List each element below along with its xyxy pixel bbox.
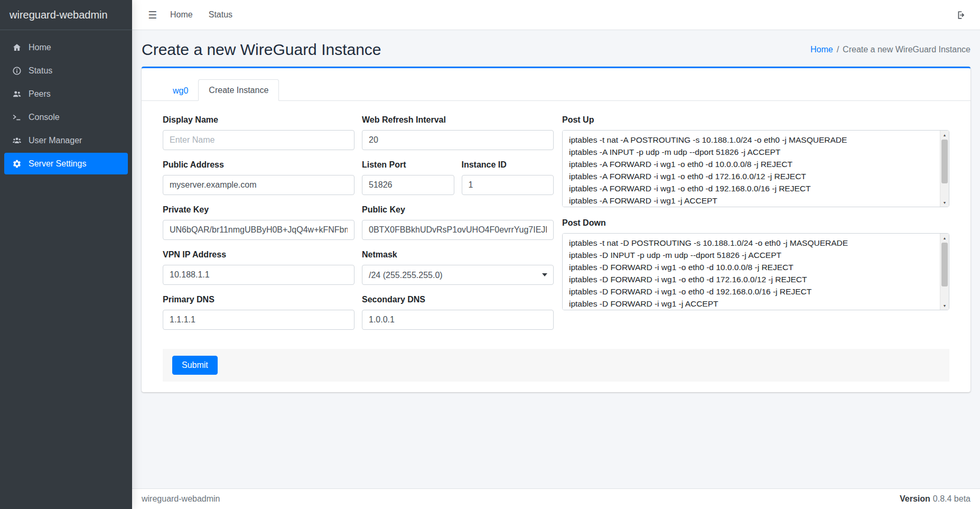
sidebar-item-label: Status	[29, 65, 52, 76]
create-instance-card: wg0 Create Instance Display Name Web	[142, 67, 970, 392]
page-title: Create a new WireGuard Instance	[142, 41, 381, 59]
listen-port-input[interactable]	[362, 175, 454, 195]
breadcrumb: Home/Create a new WireGuard Instance	[810, 45, 970, 54]
public-address-label: Public Address	[163, 160, 354, 170]
sidebar-item-console[interactable]: Console	[4, 106, 128, 128]
netmask-select[interactable]: /24 (255.255.255.0)	[362, 265, 554, 285]
primary-dns-input[interactable]	[163, 310, 354, 330]
secondary-dns-label: Secondary DNS	[362, 294, 554, 304]
breadcrumb-home-link[interactable]: Home	[810, 45, 833, 54]
server-settings-icon	[11, 159, 23, 169]
breadcrumb-current: Create a new WireGuard Instance	[843, 45, 970, 54]
status-icon	[11, 66, 23, 76]
sidebar-item-label: User Manager	[29, 135, 82, 146]
web-refresh-interval-label: Web Refresh Interval	[362, 115, 554, 125]
main-area: ☰ Home Status Create a new WireGuard Ins…	[132, 0, 980, 509]
post-up-label: Post Up	[562, 115, 949, 125]
sidebar-item-home[interactable]: Home	[4, 36, 128, 58]
sidebar-menu: Home Status Peers Console User Manager	[0, 30, 132, 182]
vpn-ip-label: VPN IP Address	[163, 249, 354, 260]
scroll-down-icon[interactable]: ▼	[940, 198, 949, 207]
scrollbar-thumb[interactable]	[941, 243, 948, 286]
display-name-label: Display Name	[163, 115, 354, 125]
hamburger-menu-icon[interactable]: ☰	[143, 6, 162, 24]
public-address-input[interactable]	[163, 175, 354, 195]
display-name-input[interactable]	[163, 130, 354, 150]
sidebar-item-label: Home	[29, 42, 51, 53]
instance-id-label: Instance ID	[462, 160, 554, 170]
form-right-column: Post Up iptables -t nat -A POSTROUTING -…	[562, 115, 949, 339]
peers-icon	[11, 89, 23, 99]
footer-version-value: 0.8.4 beta	[933, 494, 970, 503]
page-footer: wireguard-webadmin Version0.8.4 beta	[132, 488, 980, 509]
post-down-textarea[interactable]: iptables -t nat -D POSTROUTING -s 10.188…	[563, 234, 949, 310]
sidebar-item-server-settings[interactable]: Server Settings	[4, 153, 128, 174]
sidebar-item-peers[interactable]: Peers	[4, 83, 128, 105]
vpn-ip-input[interactable]	[163, 265, 354, 285]
instance-id-input[interactable]	[462, 175, 554, 195]
sidebar-item-user-manager[interactable]: User Manager	[4, 129, 128, 151]
sidebar-item-label: Console	[29, 112, 60, 123]
card-tabs: wg0 Create Instance	[142, 68, 970, 101]
sidebar-item-status[interactable]: Status	[4, 60, 128, 81]
public-key-input[interactable]	[362, 220, 554, 240]
post-down-scrollbar[interactable]: ▲ ▼	[940, 234, 949, 310]
footer-version: Version0.8.4 beta	[900, 494, 970, 504]
scroll-up-icon[interactable]: ▲	[940, 234, 949, 242]
submit-button[interactable]: Submit	[172, 356, 218, 375]
topnav-link-status[interactable]: Status	[201, 6, 240, 24]
brand[interactable]: wireguard-webadmin	[0, 0, 132, 30]
tab-wg0[interactable]: wg0	[163, 80, 198, 101]
sidebar-item-label: Server Settings	[29, 158, 86, 169]
topnav-link-home[interactable]: Home	[162, 6, 201, 24]
footer-app-name: wireguard-webadmin	[142, 494, 220, 504]
user-manager-icon	[11, 136, 23, 145]
tab-create-instance[interactable]: Create Instance	[198, 79, 279, 101]
private-key-label: Private Key	[163, 205, 354, 215]
listen-port-label: Listen Port	[362, 160, 454, 170]
console-icon	[11, 113, 23, 122]
public-key-label: Public Key	[362, 205, 554, 215]
form-footer: Submit	[163, 349, 949, 382]
home-icon	[11, 43, 23, 52]
post-down-label: Post Down	[562, 218, 949, 228]
logout-button[interactable]	[953, 7, 969, 23]
scroll-down-icon[interactable]: ▼	[940, 301, 949, 310]
post-up-textarea[interactable]: iptables -t nat -A POSTROUTING -s 10.188…	[563, 131, 949, 207]
post-up-scrollbar[interactable]: ▲ ▼	[940, 131, 949, 207]
footer-version-label: Version	[900, 494, 930, 503]
scrollbar-thumb[interactable]	[941, 140, 948, 183]
content: Create a new WireGuard Instance Home/Cre…	[132, 30, 980, 488]
web-refresh-interval-input[interactable]	[362, 130, 554, 150]
scroll-up-icon[interactable]: ▲	[940, 131, 949, 139]
sidebar-item-label: Peers	[29, 88, 51, 99]
content-header: Create a new WireGuard Instance Home/Cre…	[142, 30, 970, 67]
private-key-input[interactable]	[163, 220, 354, 240]
primary-dns-label: Primary DNS	[163, 294, 354, 304]
netmask-label: Netmask	[362, 249, 554, 260]
sidebar: wireguard-webadmin Home Status Peers Con…	[0, 0, 132, 509]
logout-icon	[956, 10, 966, 20]
secondary-dns-input[interactable]	[362, 310, 554, 330]
card-body: Display Name Web Refresh Interval Public…	[142, 101, 970, 392]
breadcrumb-separator: /	[837, 45, 839, 54]
form-left-column: Display Name Web Refresh Interval Public…	[163, 115, 554, 339]
top-navbar: ☰ Home Status	[132, 0, 980, 30]
